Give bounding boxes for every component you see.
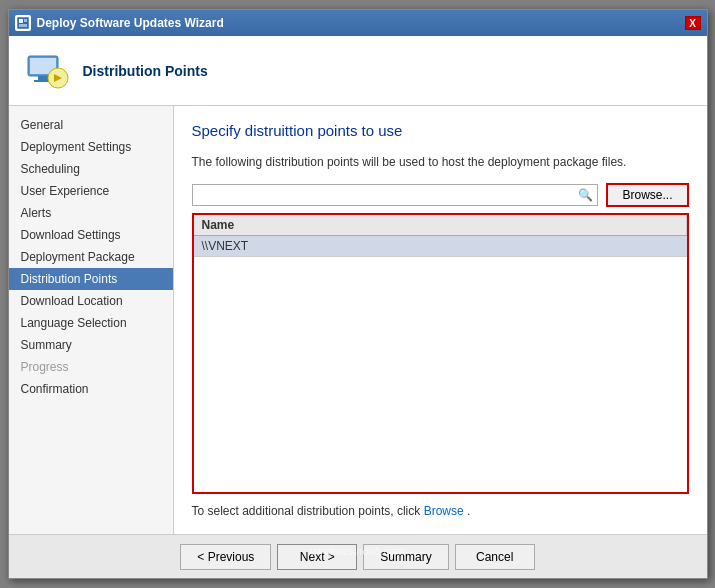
content-area: GeneralDeployment SettingsSchedulingUser… — [9, 106, 707, 534]
sidebar-item-summary[interactable]: Summary — [9, 334, 173, 356]
svg-rect-2 — [24, 19, 27, 22]
previous-button[interactable]: < Previous — [180, 544, 271, 570]
list-header: Name — [194, 215, 687, 236]
browse-button[interactable]: Browse... — [606, 183, 688, 207]
sidebar-item-deployment-settings[interactable]: Deployment Settings — [9, 136, 173, 158]
main-window: Deploy Software Updates Wizard X Distrib… — [8, 9, 708, 579]
bottom-help-text: To select additional distribution points… — [192, 504, 689, 518]
sidebar-item-download-settings[interactable]: Download Settings — [9, 224, 173, 246]
summary-button[interactable]: Summary — [363, 544, 448, 570]
sidebar-item-download-location[interactable]: Download Location — [9, 290, 173, 312]
title-bar: Deploy Software Updates Wizard X — [9, 10, 707, 36]
bottom-text-suffix: . — [467, 504, 470, 518]
window-icon — [15, 15, 31, 31]
wizard-subtitle: Distribution Points — [83, 63, 208, 79]
sidebar-item-progress: Progress — [9, 356, 173, 378]
search-input[interactable] — [197, 188, 579, 202]
svg-rect-3 — [19, 24, 27, 27]
table-row[interactable]: \\VNEXT — [194, 236, 687, 257]
page-title: Specify distruittion points to use — [192, 122, 689, 139]
main-content: Specify distruittion points to use The f… — [174, 106, 707, 534]
svg-rect-1 — [19, 19, 23, 23]
sidebar: GeneralDeployment SettingsSchedulingUser… — [9, 106, 174, 534]
sidebar-item-deployment-package[interactable]: Deployment Package — [9, 246, 173, 268]
search-box: 🔍 — [192, 184, 599, 206]
sidebar-item-distribution-points[interactable]: Distribution Points — [9, 268, 173, 290]
wizard-header: Distribution Points — [9, 36, 707, 106]
sidebar-item-alerts[interactable]: Alerts — [9, 202, 173, 224]
search-icon: 🔍 — [578, 188, 593, 202]
sidebar-item-language-selection[interactable]: Language Selection — [9, 312, 173, 334]
column-name: Name — [194, 215, 687, 235]
close-button[interactable]: X — [685, 16, 701, 30]
wizard-icon — [23, 47, 71, 95]
sidebar-item-confirmation[interactable]: Confirmation — [9, 378, 173, 400]
footer: < Previous Next > Summary Cancel — [9, 534, 707, 578]
page-description: The following distribution points will b… — [192, 155, 689, 169]
sidebar-item-scheduling[interactable]: Scheduling — [9, 158, 173, 180]
svg-rect-6 — [38, 76, 48, 80]
browse-link[interactable]: Browse — [424, 504, 464, 518]
bottom-text-prefix: To select additional distribution points… — [192, 504, 421, 518]
window-title: Deploy Software Updates Wizard — [37, 16, 224, 30]
sidebar-item-general[interactable]: General — [9, 114, 173, 136]
distribution-points-list: Name \\VNEXT — [192, 213, 689, 494]
sidebar-item-user-experience[interactable]: User Experience — [9, 180, 173, 202]
row-name-cell: \\VNEXT — [194, 236, 687, 256]
search-browse-row: 🔍 Browse... — [192, 183, 689, 207]
cancel-button[interactable]: Cancel — [455, 544, 535, 570]
next-button[interactable]: Next > — [277, 544, 357, 570]
